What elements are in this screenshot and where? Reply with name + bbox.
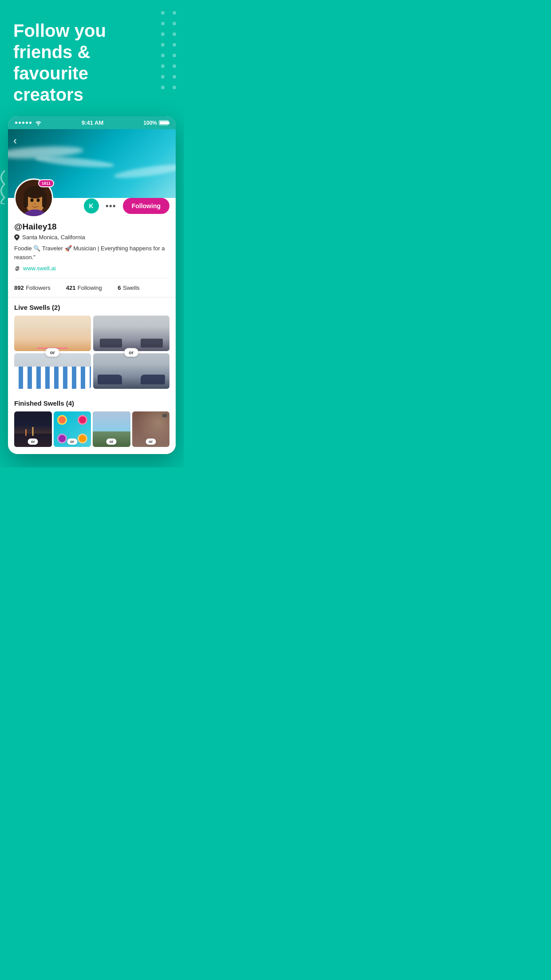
dot (161, 86, 165, 89)
live-swell-1[interactable]: or (14, 316, 91, 389)
back-button[interactable]: ‹ (13, 134, 17, 147)
decorative-dots (161, 11, 177, 89)
or-badge-6: or (146, 439, 156, 445)
more-options-button[interactable]: ••• (103, 199, 118, 213)
live-swells-section: Live Swells (2) or (8, 297, 176, 393)
signal-dot (22, 122, 24, 124)
signal-dots (15, 122, 31, 124)
or-badge-2: or (124, 348, 138, 357)
dot (161, 11, 165, 15)
light-beam-2 (25, 429, 27, 436)
dot (173, 86, 176, 89)
svg-rect-3 (24, 192, 28, 208)
live-swells-title: Live Swells (2) (14, 304, 169, 311)
donut-2 (78, 415, 87, 425)
finished-swell-3[interactable]: or (93, 411, 130, 447)
donut-3 (57, 434, 67, 443)
dot (173, 54, 176, 57)
live-swells-grid: or (14, 316, 169, 389)
link-icon (14, 265, 20, 272)
dot (173, 75, 176, 79)
donut-1 (57, 415, 67, 425)
svg-point-9 (34, 203, 36, 205)
light-beam-1 (32, 427, 34, 436)
dot (161, 54, 165, 57)
donut-4 (78, 434, 87, 443)
stats-row: 892 Followers 421 Following 6 Swells (14, 278, 169, 297)
live-swell-2[interactable]: or (93, 316, 170, 389)
svg-point-8 (37, 199, 39, 202)
bio-text: Foodie 🔍 Traveler 🚀 Musician | Everythin… (14, 244, 169, 261)
dot (173, 32, 176, 36)
signal-dot (19, 122, 21, 124)
sneaker-1 (98, 375, 122, 384)
dot (161, 22, 165, 25)
dot (161, 32, 165, 36)
followers-stat: 892 Followers (14, 284, 66, 292)
profile-actions: K ••• Following (84, 198, 169, 214)
signal-dot (15, 122, 17, 124)
wifi-icon (35, 120, 42, 126)
sky (93, 411, 130, 434)
finished-swells-section: Finished Swells (4) or (8, 393, 176, 454)
live-swell-thumb-1b (14, 353, 91, 389)
status-left (15, 120, 42, 126)
dot (161, 75, 165, 79)
k-icon-button[interactable]: K (84, 198, 99, 213)
following-button[interactable]: Following (123, 198, 169, 214)
or-badge-3: or (28, 439, 38, 445)
svg-rect-4 (42, 192, 47, 208)
or-badge-5: or (106, 439, 117, 445)
signal-dot (26, 122, 28, 124)
finished-swell-1[interactable]: or (14, 411, 52, 447)
battery-tip (169, 122, 169, 124)
svg-point-7 (31, 199, 33, 202)
location-text: Santa Monica, California (22, 234, 85, 241)
dot (173, 22, 176, 25)
location-icon (14, 234, 20, 241)
website-link[interactable]: www.swell.ai (23, 265, 56, 272)
notification-badge: 1811 (38, 179, 54, 187)
hero-title: Follow you friends & favourite creators (13, 20, 146, 105)
dot (173, 64, 176, 68)
dot (173, 11, 176, 15)
shoe-1 (100, 339, 122, 348)
finished-swells-title: Finished Swells (4) (14, 399, 169, 407)
shoe-2 (141, 339, 163, 348)
username: @Hailey18 (14, 222, 169, 232)
swells-stat: 6 Swells (118, 284, 169, 292)
live-swell-thumb-2a (93, 316, 170, 351)
dot (161, 64, 165, 68)
status-right: 100% (143, 120, 169, 126)
phone-mockup: 9:41 AM 100% ‹ (8, 116, 176, 454)
finished-swells-grid: or or or (14, 411, 169, 447)
dot (173, 43, 176, 47)
sneaker-2 (141, 375, 165, 384)
finished-swell-2[interactable]: or (54, 411, 91, 447)
wave-decoration (0, 169, 9, 206)
status-time: 9:41 AM (82, 119, 103, 126)
live-swell-thumb-1a (14, 316, 91, 351)
avatar-wrapper: 1811 (14, 178, 53, 217)
or-badge-1: or (45, 348, 60, 357)
following-stat: 421 Following (66, 284, 118, 292)
signal-dot (29, 122, 31, 124)
location-row: Santa Monica, California (14, 234, 169, 241)
battery-fill (160, 121, 168, 124)
battery-percent: 100% (143, 120, 157, 126)
dot (161, 43, 165, 47)
website-row: www.swell.ai (14, 265, 169, 272)
live-swell-thumb-2b (93, 353, 170, 389)
stripes (14, 367, 91, 389)
battery-icon (159, 120, 169, 125)
svg-point-11 (16, 236, 18, 237)
wave-2 (35, 154, 115, 170)
or-badge-4: or (67, 439, 77, 445)
status-bar: 9:41 AM 100% (8, 116, 176, 129)
finished-swell-4[interactable]: or (132, 411, 170, 447)
hero-section: Follow you friends & favourite creators (0, 0, 184, 116)
svg-point-2 (25, 186, 45, 198)
wave-3 (113, 162, 176, 181)
